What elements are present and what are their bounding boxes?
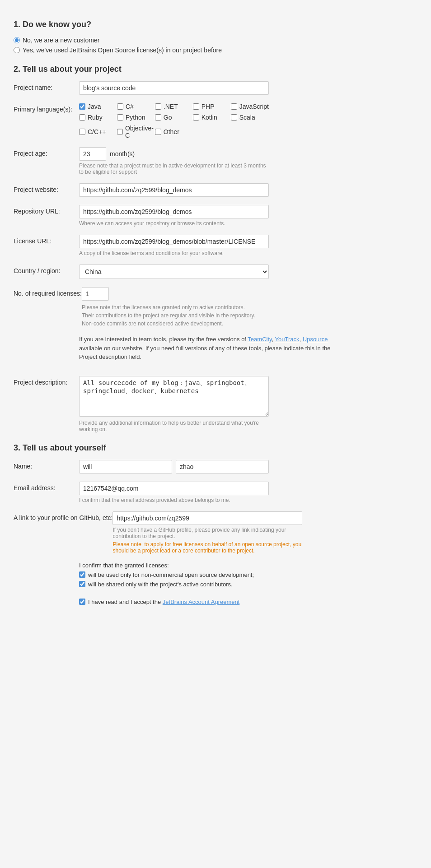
section2: 2. Tell us about your project Project na… [14,65,417,432]
project-description-textarea[interactable]: All sourcecode of my blog：java、springboo… [79,376,269,417]
name-label: Name: [14,460,79,470]
lang-scala-checkbox[interactable] [231,114,237,121]
licenses-count-row: No. of required licenses: Please note th… [14,287,417,327]
email-row: Email address: I confirm that the email … [14,482,417,503]
repository-url-content: Where we can access your repository or b… [79,205,417,227]
licenses-hint3: Non-code commits are not considered acti… [82,320,272,327]
lang-objc-checkbox[interactable] [117,129,123,135]
lang-go-label[interactable]: Go [164,114,172,121]
agreement-label[interactable]: I have read and I accept the JetBrains A… [88,599,239,605]
lang-java-checkbox[interactable] [79,103,85,110]
teamcity-link[interactable]: TeamCity [248,336,272,343]
lang-dotnet-label[interactable]: .NET [164,103,178,110]
confirm1-label[interactable]: will be used only for non-commercial ope… [88,571,254,578]
confirm2-label[interactable]: will be shared only with the project's a… [88,581,233,588]
section1: 1. Do we know you? No, we are a new cust… [14,20,417,54]
licenses-hint2: Their contributions to the project are r… [82,312,272,319]
primary-languages-label: Primary language(s): [14,103,79,113]
section3: 3. Tell us about yourself Name: Email ad… [14,443,417,608]
confirm-licenses-content: I confirm that the granted licenses: wil… [79,562,417,590]
profile-link-input[interactable] [112,511,302,525]
confirm-licenses-spacer [14,562,79,565]
first-name-input[interactable] [79,460,172,473]
new-customer-text: No, we are a new customer [23,37,99,44]
lang-cpp-checkbox[interactable] [79,129,85,135]
existing-customer-radio[interactable] [14,47,20,53]
lang-scala-label[interactable]: Scala [239,114,255,121]
lang-csharp-label[interactable]: C# [126,103,134,110]
licenses-count-input[interactable] [82,287,109,301]
lang-java-label[interactable]: Java [88,103,101,110]
license-url-label: License URL: [14,235,79,245]
lang-kotlin-checkbox[interactable] [193,114,199,121]
lang-javascript-checkbox[interactable] [231,103,237,110]
lang-python-item: Python [117,114,155,121]
lang-php-label[interactable]: PHP [201,103,215,110]
existing-customer-label[interactable]: Yes, we've used JetBrains Open Source li… [14,46,417,54]
project-age-label: Project age: [14,147,79,157]
lang-php-checkbox[interactable] [193,103,199,110]
profile-link-row: A link to your profile on GitHub, etc: I… [14,511,417,554]
project-age-content: month(s) Please note that a project must… [79,147,417,175]
lang-kotlin-label[interactable]: Kotlin [201,114,217,121]
confirm-licenses-title: I confirm that the granted licenses: [79,562,417,569]
lang-csharp-item: C# [117,103,155,110]
lang-kotlin-item: Kotlin [193,114,231,121]
repository-url-hint: Where we can access your repository or b… [79,220,269,227]
upsource-link[interactable]: Upsource [303,336,328,343]
name-row: Name: [14,460,417,473]
license-url-input[interactable] [79,235,269,248]
license-url-content: A copy of the license terms and conditio… [79,235,417,256]
confirm2-checkbox[interactable] [79,581,85,587]
customer-type-group: No, we are a new customer Yes, we've use… [14,37,417,54]
agreement-text1: I have read and I accept the [88,599,161,605]
lang-go-checkbox[interactable] [155,114,161,121]
lang-ruby-checkbox[interactable] [79,114,85,121]
confirm-licenses-row: I confirm that the granted licenses: wil… [14,562,417,590]
project-name-input[interactable] [79,81,269,95]
team-tools-content: If you are interested in team tools, ple… [79,335,417,368]
last-name-input[interactable] [176,460,269,473]
new-customer-label[interactable]: No, we are a new customer [14,37,417,44]
youtrack-link[interactable]: YouTrack [275,336,300,343]
lang-javascript-label[interactable]: JavaScript [239,103,269,110]
lang-python-checkbox[interactable] [117,114,123,121]
section1-title: 1. Do we know you? [14,20,417,29]
lang-cpp-label[interactable]: C/C++ [88,128,106,135]
agreement-spacer [14,599,79,601]
agreement-link[interactable]: JetBrains Account Agreement [163,599,240,605]
project-website-content [79,183,417,197]
primary-languages-content: Java C# .NET PHP JavaScript [79,103,417,139]
lang-go-item: Go [155,114,193,121]
lang-python-label[interactable]: Python [126,114,145,121]
project-name-content [79,81,417,95]
lang-csharp-checkbox[interactable] [117,103,123,110]
lang-objc-label[interactable]: Objective-C [125,125,155,139]
confirm-item-1: will be used only for non-commercial ope… [79,571,417,578]
lang-ruby-label[interactable]: Ruby [88,114,103,121]
team-tools-row: If you are interested in team tools, ple… [14,335,417,368]
project-website-input[interactable] [79,183,269,197]
confirm1-checkbox[interactable] [79,571,85,578]
project-description-row: Project description: All sourcecode of m… [14,376,417,432]
languages-grid: Java C# .NET PHP JavaScript [79,103,269,139]
country-region-row: Country / region: China United States Un… [14,265,417,279]
agreement-content: I have read and I accept the JetBrains A… [79,599,417,608]
months-unit: month(s) [110,150,135,158]
lang-other-checkbox[interactable] [155,129,161,135]
email-content: I confirm that the email address provide… [79,482,417,503]
license-url-row: License URL: A copy of the license terms… [14,235,417,256]
lang-other-label[interactable]: Other [164,128,179,135]
email-input[interactable] [79,482,269,495]
agreement-checkbox[interactable] [79,599,85,605]
project-age-input[interactable] [79,147,106,161]
age-input-row: month(s) [79,147,417,161]
lang-dotnet-checkbox[interactable] [155,103,161,110]
country-region-select[interactable]: China United States United Kingdom [79,265,269,279]
lang-scala-item: Scala [231,114,269,121]
new-customer-radio[interactable] [14,37,20,43]
project-description-label: Project description: [14,376,79,386]
repository-url-input[interactable] [79,205,269,218]
project-age-hint: Please note that a project must be in ac… [79,162,269,175]
email-hint: I confirm that the email address provide… [79,497,269,503]
